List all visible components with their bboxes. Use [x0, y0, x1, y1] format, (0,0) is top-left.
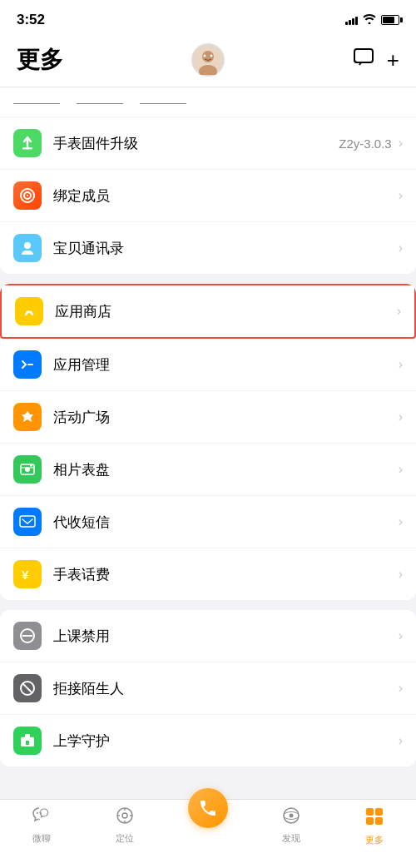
firmware-upgrade-value: Z2y-3.0.3: [339, 136, 391, 151]
svg-rect-5: [354, 49, 373, 62]
watch-fee-icon: ¥: [13, 560, 42, 588]
svg-rect-43: [375, 808, 383, 816]
location-tab-icon: [116, 806, 134, 830]
bind-member-chevron: ›: [399, 188, 403, 203]
svg-point-9: [27, 195, 28, 196]
scroll-tab-2: ————: [77, 96, 123, 109]
svg-rect-16: [27, 364, 33, 365]
app-manager-label: 应用管理: [53, 355, 399, 374]
menu-item-app-store[interactable]: 应用商店 ›: [0, 284, 416, 339]
school-guard-label: 上学守护: [53, 732, 399, 751]
baby-contacts-chevron: ›: [399, 241, 403, 255]
photo-dial-icon: [13, 455, 42, 484]
svg-rect-21: [20, 516, 35, 527]
status-bar: 3:52: [0, 0, 416, 37]
menu-item-bind-member[interactable]: 绑定成员 ›: [0, 170, 416, 222]
app-manager-icon: [13, 350, 42, 379]
firmware-upgrade-icon: [13, 129, 42, 157]
discover-tab-label: 发现: [282, 832, 300, 845]
svg-point-12: [27, 311, 29, 314]
tab-item-more[interactable]: 更多: [333, 806, 416, 846]
svg-rect-42: [366, 808, 374, 816]
svg-line-26: [23, 684, 32, 693]
call-button[interactable]: [188, 788, 228, 828]
class-ban-icon: [13, 622, 42, 650]
svg-point-13: [30, 311, 32, 314]
menu-item-photo-dial[interactable]: 相片表盘 ›: [0, 444, 416, 496]
avatar: [191, 43, 225, 77]
scroll-tab-3: ————: [140, 96, 186, 109]
menu-item-baby-contacts[interactable]: 宝贝通讯录 ›: [0, 222, 416, 274]
scroll-tab-1: ————: [13, 96, 60, 109]
app-store-chevron: ›: [397, 304, 401, 319]
photo-dial-chevron: ›: [399, 462, 403, 477]
menu-item-reject-stranger[interactable]: 拒接陌生人 ›: [0, 662, 416, 715]
svg-point-34: [122, 813, 127, 818]
tab-item-location[interactable]: 定位: [83, 806, 166, 845]
menu-item-firmware-upgrade[interactable]: 手表固件升级 Z2y-3.0.3 ›: [0, 117, 416, 170]
proxy-sms-label: 代收短信: [53, 513, 399, 532]
watch-fee-chevron: ›: [399, 567, 403, 582]
section-safety: 上课禁用 › 拒接陌生人 ›: [0, 610, 416, 766]
menu-item-class-ban[interactable]: 上课禁用 ›: [0, 610, 416, 662]
svg-rect-6: [22, 147, 32, 150]
menu-item-watch-fee[interactable]: ¥ 手表话费 ›: [0, 548, 416, 600]
message-icon[interactable]: [354, 48, 374, 72]
battery-icon: [381, 15, 399, 25]
content-area: 手表固件升级 Z2y-3.0.3 › 绑定成员 ›: [0, 117, 416, 843]
app-store-label: 应用商店: [55, 302, 397, 321]
firmware-upgrade-label: 手表固件升级: [53, 134, 339, 153]
reject-stranger-icon: [13, 674, 42, 702]
baby-contacts-label: 宝贝通讯录: [53, 239, 399, 258]
app-manager-chevron: ›: [399, 357, 403, 372]
watch-fee-label: 手表话费: [53, 565, 399, 584]
proxy-sms-chevron: ›: [399, 514, 403, 529]
svg-point-10: [24, 242, 31, 249]
svg-point-40: [290, 814, 294, 818]
discover-tab-icon: [282, 806, 300, 830]
svg-text:¥: ¥: [22, 568, 29, 582]
section-devices: 手表固件升级 Z2y-3.0.3 › 绑定成员 ›: [0, 117, 416, 274]
svg-point-4: [210, 55, 213, 57]
tab-item-wechat[interactable]: 微聊: [0, 806, 83, 845]
menu-item-activity-square[interactable]: 活动广场 ›: [0, 391, 416, 444]
proxy-sms-icon: [13, 508, 42, 536]
add-icon[interactable]: +: [387, 47, 399, 73]
svg-rect-19: [30, 465, 32, 467]
wechat-tab-icon: [32, 806, 52, 830]
school-guard-chevron: ›: [399, 733, 403, 748]
tab-bar: 微聊 定位: [0, 799, 416, 868]
menu-item-app-manager[interactable]: 应用管理 ›: [0, 339, 416, 391]
wifi-icon: [363, 14, 376, 27]
section-apps: 应用商店 ›: [0, 284, 416, 600]
activity-square-chevron: ›: [399, 409, 403, 424]
svg-point-31: [37, 812, 38, 814]
app-store-icon: [15, 297, 43, 325]
school-guard-icon: [13, 727, 42, 755]
svg-rect-29: [26, 741, 29, 745]
photo-dial-label: 相片表盘: [53, 460, 399, 479]
status-time: 3:52: [17, 12, 45, 28]
activity-square-label: 活动广场: [53, 408, 399, 427]
firmware-upgrade-chevron: ›: [399, 136, 403, 151]
bind-member-label: 绑定成员: [53, 186, 399, 206]
signal-icon: [345, 15, 358, 25]
tab-item-discover[interactable]: 发现: [250, 806, 333, 845]
activity-square-icon: [13, 403, 42, 431]
menu-item-school-guard[interactable]: 上学守护 ›: [0, 715, 416, 766]
nav-bar: 更多 +: [0, 37, 416, 87]
wechat-tab-label: 微聊: [32, 832, 51, 845]
class-ban-label: 上课禁用: [53, 627, 399, 646]
scroll-hint: ———— ———— ————: [0, 87, 416, 117]
nav-right-icons: +: [354, 47, 399, 73]
more-tab-label: 更多: [365, 834, 384, 846]
svg-rect-44: [366, 817, 374, 825]
svg-point-3: [204, 55, 206, 57]
tab-item-call[interactable]: [166, 796, 250, 828]
location-tab-label: 定位: [116, 832, 134, 845]
more-tab-icon: [364, 806, 384, 831]
menu-item-proxy-sms[interactable]: 代收短信 ›: [0, 496, 416, 548]
reject-stranger-label: 拒接陌生人: [53, 679, 399, 698]
nav-title: 更多: [17, 44, 63, 76]
bind-member-icon: [13, 181, 42, 210]
